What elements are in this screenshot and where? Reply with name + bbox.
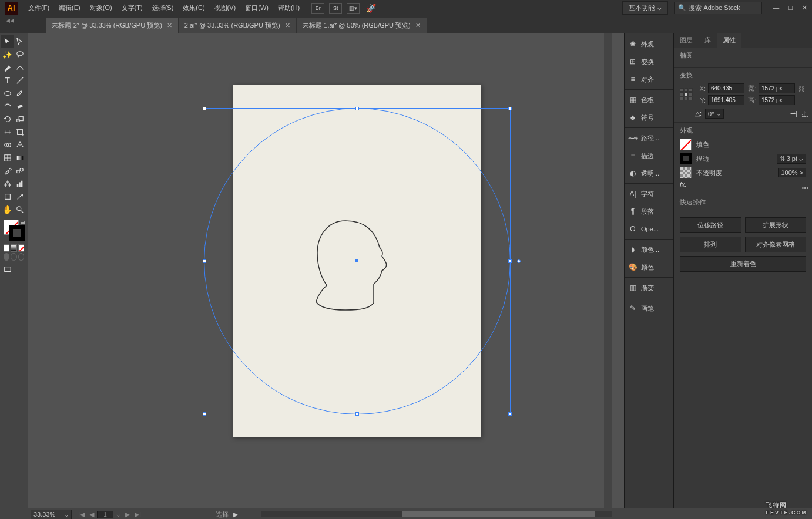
link-dimensions-icon[interactable]: ⛓ xyxy=(797,85,806,92)
dock-character[interactable]: A|字符 xyxy=(625,185,673,203)
menu-effect[interactable]: 效果(C) xyxy=(178,4,209,12)
window-maximize[interactable]: □ xyxy=(788,4,793,12)
selection-handle[interactable] xyxy=(508,412,512,416)
recolor-button[interactable]: 重新着色 xyxy=(680,256,806,272)
perspective-grid-tool[interactable] xyxy=(14,139,27,151)
fill-color-well[interactable] xyxy=(680,139,692,150)
chevron-down-icon[interactable]: ⌵ xyxy=(115,511,122,518)
scroll-thumb[interactable] xyxy=(402,511,595,517)
scrollbar-vertical[interactable] xyxy=(604,33,612,508)
document-tab[interactable]: 2.ai* @ 33.33% (RGB/GPU 预览) ✕ xyxy=(179,18,296,33)
last-page-icon[interactable]: ▶I xyxy=(133,511,143,518)
slice-tool[interactable] xyxy=(14,190,27,203)
dock-color-guide[interactable]: ◗颜色... xyxy=(625,241,673,258)
more-options-icon[interactable]: ••• xyxy=(801,184,808,191)
menu-edit[interactable]: 编辑(E) xyxy=(54,4,85,12)
dock-stroke[interactable]: ≡描边 xyxy=(625,147,673,164)
toolbar-collapse-icon[interactable]: ◀◀ xyxy=(6,18,14,23)
selection-handle[interactable] xyxy=(355,412,359,416)
document-tab[interactable]: 未标题-2* @ 33.33% (RGB/GPU 预览) ✕ xyxy=(46,18,178,33)
color-mode-icon[interactable] xyxy=(4,244,9,252)
menu-file[interactable]: 文件(F) xyxy=(24,4,54,12)
magic-wand-tool[interactable]: ✨ xyxy=(1,48,14,61)
y-input[interactable] xyxy=(708,95,744,105)
align-pixel-button[interactable]: 对齐像素网格 xyxy=(745,237,807,252)
fx-button[interactable]: fx. xyxy=(680,181,687,188)
zoom-tool[interactable] xyxy=(14,203,27,216)
next-page-icon[interactable]: ▶ xyxy=(123,511,132,518)
window-minimize[interactable]: — xyxy=(773,4,779,12)
direct-selection-tool[interactable] xyxy=(14,35,27,48)
gradient-tool[interactable] xyxy=(14,151,27,164)
x-input[interactable] xyxy=(708,83,744,93)
zoom-dropdown[interactable]: 33.33%⌵ xyxy=(31,510,72,520)
dock-color[interactable]: 🎨颜色 xyxy=(625,258,673,276)
pie-widget-icon[interactable] xyxy=(517,260,521,263)
arrange-button[interactable]: 排列 xyxy=(680,237,741,252)
canvas[interactable] xyxy=(28,33,624,508)
scrollbar-horizontal[interactable]: 33.33%⌵ I◀ ◀ 1 ⌵ ▶ ▶I 选择 ▶ xyxy=(28,510,612,519)
selection-handle[interactable] xyxy=(508,107,512,110)
offset-path-button[interactable]: 位移路径 xyxy=(680,217,741,233)
tab-libraries[interactable]: 库 xyxy=(699,33,717,48)
menu-help[interactable]: 帮助(H) xyxy=(273,4,304,12)
fill-stroke-swatches[interactable]: ⇄ xyxy=(1,220,26,242)
dock-paragraph[interactable]: ¶段落 xyxy=(625,203,673,220)
opacity-input[interactable]: 100% > xyxy=(778,168,806,177)
draw-behind-icon[interactable] xyxy=(11,253,16,261)
scale-tool[interactable] xyxy=(14,113,27,126)
lasso-tool[interactable] xyxy=(14,48,27,61)
selection-handle[interactable] xyxy=(355,107,359,110)
dock-symbols[interactable]: ♣符号 xyxy=(625,109,673,126)
artwork-head-path[interactable] xyxy=(310,215,404,332)
selection-handle[interactable] xyxy=(203,107,206,110)
mesh-tool[interactable] xyxy=(1,151,14,164)
draw-inside-icon[interactable] xyxy=(18,253,24,261)
dock-swatches[interactable]: ▦色板 xyxy=(625,91,673,109)
dock-opentype[interactable]: OOpe... xyxy=(625,220,673,238)
search-input[interactable]: 🔍 搜索 Adobe Stock xyxy=(674,2,762,14)
angle-dropdown[interactable]: 0° ⌵ xyxy=(705,109,724,119)
page-input[interactable]: 1 xyxy=(97,511,113,518)
stroke-color-well[interactable] xyxy=(680,153,692,164)
tab-close-icon[interactable]: ✕ xyxy=(167,22,172,29)
menu-view[interactable]: 视图(V) xyxy=(210,4,241,12)
artboard-tool[interactable] xyxy=(1,190,14,203)
dock-pathfinder[interactable]: ⟿路径... xyxy=(625,129,673,147)
dock-align[interactable]: ≡对齐 xyxy=(625,70,673,88)
screen-mode-icon[interactable] xyxy=(1,263,14,276)
expand-shape-button[interactable]: 扩展形状 xyxy=(745,217,807,233)
eyedropper-tool[interactable] xyxy=(1,164,14,177)
none-mode-icon[interactable] xyxy=(18,244,24,252)
ellipse-tool[interactable] xyxy=(1,87,14,100)
dock-transform[interactable]: ⊞变换 xyxy=(625,53,673,70)
shape-builder-tool[interactable] xyxy=(1,139,14,151)
width-tool[interactable] xyxy=(1,126,14,139)
draw-normal-icon[interactable] xyxy=(4,253,9,261)
selection-handle[interactable] xyxy=(508,260,512,263)
gpu-rocket-icon[interactable]: 🚀 xyxy=(364,2,377,15)
swap-fill-stroke-icon[interactable]: ⇄ xyxy=(21,220,25,226)
blend-tool[interactable] xyxy=(14,164,27,177)
curvature-tool[interactable] xyxy=(14,61,27,74)
stroke-weight-stepper[interactable]: ⇅ 3 pt ⌵ xyxy=(777,154,806,164)
tab-close-icon[interactable]: ✕ xyxy=(415,22,421,29)
document-tab[interactable]: 未标题-1.ai* @ 50% (RGB/GPU 预览) ✕ xyxy=(297,18,427,33)
tab-close-icon[interactable]: ✕ xyxy=(285,22,290,29)
shaper-tool[interactable] xyxy=(1,100,14,113)
rotate-tool[interactable] xyxy=(1,113,14,126)
menu-type[interactable]: 文字(T) xyxy=(117,4,147,12)
menu-object[interactable]: 对象(O) xyxy=(85,4,117,12)
width-input[interactable] xyxy=(759,83,795,93)
opacity-well[interactable] xyxy=(680,167,692,178)
more-options-icon[interactable]: ••• xyxy=(801,113,808,120)
reference-point-widget[interactable] xyxy=(680,88,693,101)
dock-gradient[interactable]: ▥渐变 xyxy=(625,279,673,296)
scroll-track[interactable] xyxy=(261,511,612,517)
paintbrush-tool[interactable] xyxy=(14,87,27,100)
bridge-icon[interactable]: Br xyxy=(311,3,324,14)
menu-select[interactable]: 选择(S) xyxy=(147,4,179,12)
selection-handle[interactable] xyxy=(203,260,206,263)
type-tool[interactable]: T xyxy=(1,74,14,87)
stroke-swatch[interactable] xyxy=(9,225,25,241)
